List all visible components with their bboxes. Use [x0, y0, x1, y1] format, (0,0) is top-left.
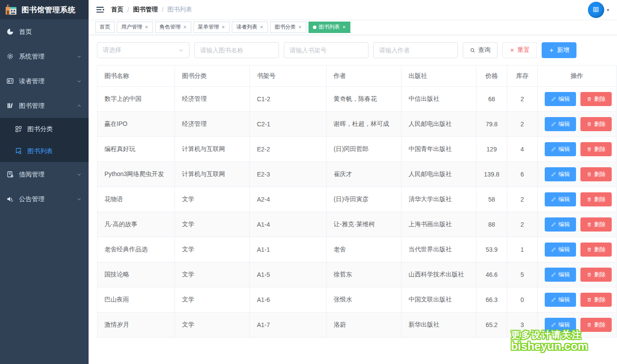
delete-button[interactable]: 删除	[580, 167, 612, 181]
table-cell-name: 编程真好玩	[97, 137, 175, 162]
delete-button[interactable]: 删除	[580, 243, 612, 257]
table-cell-price: 66.3	[476, 287, 507, 313]
tab-close-icon[interactable]: ×	[342, 25, 346, 30]
sidebar-item-home[interactable]: 首页	[0, 19, 89, 44]
caret-down-icon[interactable]: ▾	[607, 7, 609, 12]
view-tab[interactable]: 读者列表×	[232, 22, 268, 33]
tab-close-icon[interactable]: ×	[145, 25, 149, 30]
reset-button-label: 重置	[517, 46, 530, 54]
column-header: 出版社	[401, 66, 476, 87]
delete-button[interactable]: 删除	[580, 293, 612, 307]
book-name-input[interactable]	[194, 42, 279, 58]
reset-button[interactable]: 重置	[502, 42, 537, 58]
edit-button[interactable]: 编辑	[545, 268, 576, 282]
view-tab[interactable]: 图书列表×	[308, 22, 350, 33]
table-cell-actions: 编辑删除	[538, 237, 617, 262]
edit-button[interactable]: 编辑	[545, 293, 576, 307]
column-header: 操作	[538, 66, 617, 87]
table-cell-price: 58	[476, 187, 507, 212]
pencil-icon	[551, 172, 556, 177]
edit-button[interactable]: 编辑	[545, 318, 576, 332]
gear-icon	[6, 52, 14, 60]
table-cell-actions: 编辑删除	[538, 162, 617, 187]
sidebar-item-book-categories[interactable]: 图书分类	[0, 118, 89, 140]
table-cell-price: 139.8	[476, 162, 507, 187]
sidebar-item-borrow[interactable]: 借阅管理	[0, 162, 89, 187]
table-cell-category: 文学	[175, 313, 250, 338]
view-tab[interactable]: 图书分类×	[270, 22, 306, 33]
pencil-icon	[551, 121, 556, 127]
add-button-label: 新增	[557, 46, 569, 54]
view-tab[interactable]: 用户管理×	[117, 22, 153, 33]
edit-button[interactable]: 编辑	[545, 167, 576, 181]
table-cell-category: 计算机与互联网	[175, 162, 250, 187]
sidebar-item-books[interactable]: 图书管理	[0, 93, 89, 118]
delete-button[interactable]: 删除	[580, 117, 612, 131]
delete-button[interactable]: 删除	[580, 142, 612, 156]
breadcrumb-home[interactable]: 首页	[111, 6, 123, 14]
view-tab[interactable]: 菜单管理×	[193, 22, 230, 33]
main-area: 首页 / 图书管理 / 图书列表 ▾ 首页用户管理×角色管理×菜单管理×读者列表…	[89, 0, 617, 364]
add-button[interactable]: 新增	[542, 42, 576, 58]
author-input[interactable]	[373, 42, 458, 58]
table-cell-category: 文学	[175, 262, 250, 287]
table-cell-category: 文学	[175, 287, 250, 313]
category-select[interactable]: 请选择	[97, 42, 190, 58]
pencil-icon	[551, 197, 556, 202]
delete-button[interactable]: 删除	[580, 217, 612, 232]
shelf-number-input[interactable]	[284, 42, 368, 58]
delete-button[interactable]: 删除	[580, 192, 612, 206]
table-cell-author: 黄奇帆，陈春花	[327, 87, 401, 112]
table-cell-stock: 2	[507, 112, 538, 137]
trash-icon	[587, 222, 592, 227]
select-placeholder: 请选择	[103, 46, 121, 54]
view-tab[interactable]: 角色管理×	[155, 22, 191, 33]
table-cell-name: 巴山夜雨	[97, 287, 175, 313]
column-header: 价格	[476, 66, 507, 87]
hamburger-icon[interactable]	[95, 5, 105, 15]
edit-button[interactable]: 编辑	[545, 192, 576, 206]
breadcrumb-separator: /	[127, 6, 129, 13]
view-tab[interactable]: 首页	[95, 22, 115, 33]
edit-button[interactable]: 编辑	[545, 142, 576, 156]
document-icon	[6, 170, 14, 178]
tab-close-icon[interactable]: ×	[260, 25, 264, 30]
sidebar: 图书馆管理系统 首页 系统管理	[0, 0, 89, 364]
delete-button[interactable]: 删除	[580, 92, 612, 106]
open-book-icon	[591, 5, 600, 14]
breadcrumb-current: 图书列表	[167, 6, 192, 14]
table-header-row: 图书名称 图书分类 书架号 作者 出版社 价格 库存 操作	[97, 66, 617, 87]
column-header: 书架号	[250, 66, 327, 87]
pencil-icon	[551, 222, 556, 227]
table-cell-category: 经济管理	[175, 87, 250, 112]
delete-button[interactable]: 删除	[580, 268, 612, 282]
table-cell-publisher: 中国文联出版社	[401, 287, 476, 313]
books-table: 图书名称 图书分类 书架号 作者 出版社 价格 库存 操作 数字上的中国经济管理…	[97, 65, 617, 338]
table-cell-publisher: 山西科学技术出版社	[401, 262, 476, 287]
table-cell-name: 老舍经典作品选	[97, 237, 175, 262]
table-cell-category: 文学	[175, 237, 250, 262]
table-cell-author: 徐哲东	[327, 262, 401, 287]
delete-button[interactable]: 删除	[580, 318, 612, 332]
breadcrumb-books[interactable]: 图书管理	[133, 6, 158, 14]
tab-close-icon[interactable]: ×	[298, 25, 302, 30]
chevron-down-icon	[77, 172, 82, 177]
table-cell-category: 经济管理	[175, 112, 250, 137]
user-avatar[interactable]	[588, 2, 604, 18]
sidebar-item-readers[interactable]: 读者管理	[0, 69, 89, 93]
edit-button[interactable]: 编辑	[545, 92, 576, 106]
chevron-down-icon	[77, 54, 82, 59]
trash-icon	[587, 272, 592, 277]
sidebar-item-announcements[interactable]: 公告管理	[0, 187, 89, 211]
table-cell-actions: 编辑删除	[538, 287, 617, 313]
edit-button[interactable]: 编辑	[545, 217, 576, 232]
search-button[interactable]: 查询	[463, 42, 498, 58]
tab-close-icon[interactable]: ×	[221, 25, 225, 30]
edit-button[interactable]: 编辑	[545, 243, 576, 257]
table-cell-price: 68	[476, 87, 507, 112]
sidebar-item-book-list[interactable]: 图书列表	[0, 140, 89, 162]
sidebar-item-system[interactable]: 系统管理	[0, 44, 89, 69]
edit-button[interactable]: 编辑	[545, 117, 576, 131]
tab-close-icon[interactable]: ×	[183, 25, 187, 30]
navbar-right: ▾	[588, 2, 609, 18]
